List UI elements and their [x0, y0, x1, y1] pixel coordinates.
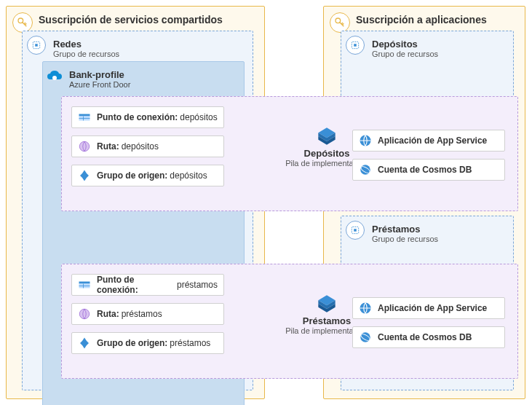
svg-rect-6: [354, 44, 357, 47]
resource-group-icon: [346, 221, 365, 240]
resource-group-icon: [346, 36, 365, 55]
svg-point-18: [79, 309, 90, 319]
route-icon: [78, 307, 91, 321]
subscription-title: Suscripción a aplicaciones: [324, 7, 525, 30]
cosmos-db-row: Cuenta de Cosmos DB: [352, 326, 505, 348]
row-value: préstamos: [177, 280, 218, 290]
resource-group-title: Redes: [23, 31, 253, 50]
row-value: préstamos: [170, 338, 210, 348]
route-icon: [78, 140, 91, 153]
endpoint-icon: [78, 278, 91, 291]
front-door-subtitle: Azure Front Door: [43, 80, 244, 95]
app-service-icon: [359, 134, 372, 147]
stack-icon: [317, 294, 337, 314]
row-label: Aplicación de App Service: [378, 135, 487, 146]
origin-group-icon: [78, 169, 91, 182]
row-value: depósitos: [122, 141, 159, 152]
row-value: depósitos: [180, 112, 217, 122]
row-label: Aplicación de App Service: [378, 303, 487, 313]
svg-point-4: [52, 76, 57, 80]
row-label: Cuenta de Cosmos DB: [378, 165, 472, 175]
svg-rect-14: [79, 282, 90, 284]
front-door-icon: [46, 68, 65, 87]
cosmos-db-icon: [359, 331, 372, 344]
resource-group-subtitle: Grupo de recursos: [341, 235, 513, 249]
endpoint-row: Punto de conexión: depósitos: [71, 106, 224, 128]
resource-group-subtitle: Grupo de recursos: [341, 50, 513, 64]
row-label: Punto de conexión:: [97, 275, 175, 295]
cosmos-db-row: Cuenta de Cosmos DB: [352, 159, 505, 181]
cosmos-db-icon: [359, 163, 372, 176]
route-row: Ruta: préstamos: [71, 303, 224, 325]
origin-group-row: Grupo de origen: préstamos: [71, 332, 224, 354]
key-icon: [330, 12, 350, 33]
svg-point-13: [79, 141, 90, 152]
row-value: depósitos: [170, 170, 207, 181]
endpoint-row: Punto de conexión: préstamos: [71, 274, 224, 296]
row-label: Ruta:: [97, 309, 119, 319]
origin-group-row: Grupo de origen: depósitos: [71, 165, 224, 186]
key-icon: [12, 12, 33, 33]
row-value: préstamos: [122, 309, 162, 319]
svg-rect-8: [354, 229, 357, 232]
origin-group-icon: [78, 337, 91, 350]
row-label: Cuenta de Cosmos DB: [378, 332, 472, 342]
app-service-row: Aplicación de App Service: [352, 297, 505, 319]
svg-rect-9: [79, 114, 90, 117]
endpoint-icon: [78, 111, 91, 124]
resource-group-title: Préstamos: [341, 216, 513, 235]
row-label: Grupo de origen:: [97, 170, 167, 181]
row-label: Grupo de origen:: [97, 338, 167, 348]
route-row: Ruta: depósitos: [71, 135, 224, 157]
resource-group-title: Depósitos: [341, 31, 513, 50]
subscription-title: Suscripción de servicios compartidos: [7, 7, 264, 30]
front-door-title: Bank-profile: [43, 62, 244, 80]
row-label: Ruta:: [97, 141, 119, 152]
app-service-icon: [359, 302, 372, 315]
stack-icon: [317, 126, 337, 146]
row-label: Punto de conexión:: [97, 112, 178, 122]
app-service-row: Aplicación de App Service: [352, 130, 505, 152]
svg-rect-3: [35, 44, 38, 47]
resource-group-icon: [27, 36, 46, 55]
